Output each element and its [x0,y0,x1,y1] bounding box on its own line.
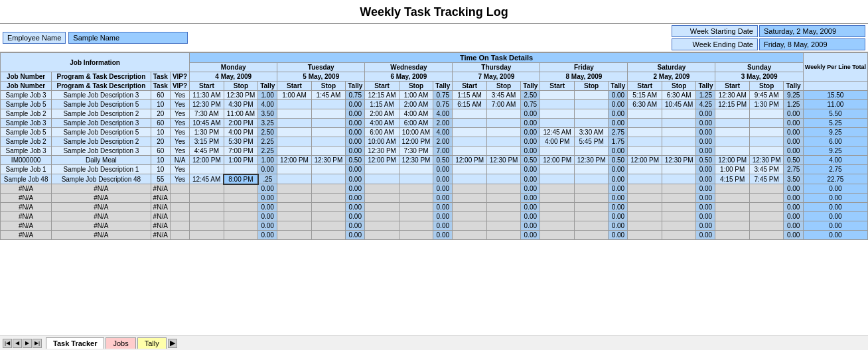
table-cell[interactable] [311,231,345,240]
table-cell[interactable]: 12:00 PM [628,156,662,165]
table-cell[interactable]: 0.50 [784,156,803,165]
table-cell[interactable]: 3:45 PM [749,165,783,174]
table-cell[interactable] [190,184,224,194]
table-cell[interactable]: 1:00 AM [399,91,433,100]
table-cell[interactable] [574,184,608,194]
table-cell[interactable] [453,128,486,137]
table-cell[interactable]: #N/A [1,203,52,212]
table-cell[interactable]: Yes [170,146,189,156]
table-cell[interactable]: 11.00 [803,100,867,109]
table-cell[interactable] [224,221,257,231]
table-cell[interactable] [628,165,662,174]
table-cell[interactable]: 0.00 [346,119,365,128]
table-cell[interactable]: Yes [170,119,189,128]
table-cell[interactable]: 12:00 PM [715,156,749,165]
table-cell[interactable] [453,221,486,231]
table-cell[interactable] [540,91,574,100]
table-cell[interactable]: 15.50 [803,91,867,100]
table-cell[interactable] [190,165,224,174]
table-cell[interactable] [311,109,345,119]
table-cell[interactable]: 0.00 [609,231,628,240]
table-cell[interactable]: 7:00 AM [486,100,520,109]
table-cell[interactable] [486,109,520,119]
table-cell[interactable] [311,184,345,194]
table-cell[interactable]: 0.00 [346,146,365,156]
table-cell[interactable] [749,146,783,156]
table-cell[interactable]: Sample Job Description 5 [52,128,151,137]
table-cell[interactable]: #N/A [52,212,151,221]
table-cell[interactable]: 0.00 [696,137,715,146]
table-cell[interactable] [574,146,608,156]
table-cell[interactable] [277,128,311,137]
table-cell[interactable] [453,165,486,174]
table-cell[interactable] [540,194,574,203]
table-cell[interactable]: 12:00 PM [365,156,399,165]
table-cell[interactable] [277,212,311,221]
table-cell[interactable]: 10 [151,128,170,137]
table-cell[interactable] [277,184,311,194]
table-cell[interactable] [662,137,695,146]
table-cell[interactable] [486,128,520,137]
table-cell[interactable]: 12:15 PM [715,100,749,109]
table-cell[interactable] [540,184,574,194]
table-cell[interactable] [311,146,345,156]
table-cell[interactable] [715,146,749,156]
table-cell[interactable]: 7:30 PM [399,146,433,156]
table-cell[interactable]: #N/A [52,221,151,231]
table-cell[interactable] [453,174,486,184]
table-cell[interactable]: 5:30 PM [224,137,257,146]
table-cell[interactable] [574,91,608,100]
table-cell[interactable] [540,174,574,184]
table-cell[interactable] [190,212,224,221]
table-cell[interactable]: 11:30 AM [190,91,224,100]
table-cell[interactable] [662,119,695,128]
table-cell[interactable] [453,184,486,194]
table-cell[interactable]: 12:30 PM [224,91,257,100]
table-cell[interactable] [715,128,749,137]
table-cell[interactable] [365,165,399,174]
table-cell[interactable] [662,184,695,194]
table-cell[interactable]: Sample Job 3 [1,119,52,128]
table-cell[interactable]: 0.00 [784,119,803,128]
table-cell[interactable] [486,146,520,156]
table-cell[interactable]: Sample Job 3 [1,146,52,156]
table-cell[interactable]: Yes [170,137,189,146]
table-cell[interactable]: 12:00 PM [399,137,433,146]
table-cell[interactable]: 10:45 AM [662,100,695,109]
table-cell[interactable]: #N/A [1,184,52,194]
table-cell[interactable]: #N/A [52,203,151,212]
table-cell[interactable]: 2:00 AM [399,100,433,109]
table-cell[interactable]: 5:15 AM [628,91,662,100]
table-cell[interactable]: #N/A [151,203,170,212]
table-cell[interactable]: 0.00 [696,194,715,203]
table-cell[interactable]: #N/A [1,194,52,203]
table-cell[interactable]: 0.00 [521,137,540,146]
table-cell[interactable]: 12:00 PM [190,156,224,165]
table-cell[interactable] [311,119,345,128]
table-cell[interactable]: 0.00 [609,119,628,128]
table-cell[interactable] [365,184,399,194]
table-cell[interactable] [662,146,695,156]
table-cell[interactable]: 0.00 [696,146,715,156]
table-cell[interactable]: #N/A [151,184,170,194]
table-cell[interactable]: Sample Job 5 [1,100,52,109]
table-cell[interactable]: 0.00 [346,231,365,240]
table-cell[interactable] [453,119,486,128]
table-cell[interactable]: 1:30 PM [749,100,783,109]
table-cell[interactable]: 0.00 [609,165,628,174]
table-cell[interactable]: 0.00 [803,184,867,194]
table-cell[interactable]: 0.00 [696,231,715,240]
table-cell[interactable] [628,109,662,119]
table-cell[interactable]: 2.75 [784,165,803,174]
table-cell[interactable] [749,231,783,240]
table-cell[interactable]: 0.00 [784,194,803,203]
table-cell[interactable] [277,100,311,109]
table-cell[interactable]: 0.75 [433,91,453,100]
table-cell[interactable] [224,184,257,194]
table-cell[interactable]: 0.00 [609,212,628,221]
table-cell[interactable]: 4:45 PM [190,146,224,156]
table-cell[interactable]: 10 [151,156,170,165]
table-cell[interactable]: 0.00 [433,184,453,194]
table-cell[interactable] [453,137,486,146]
table-cell[interactable] [365,194,399,203]
